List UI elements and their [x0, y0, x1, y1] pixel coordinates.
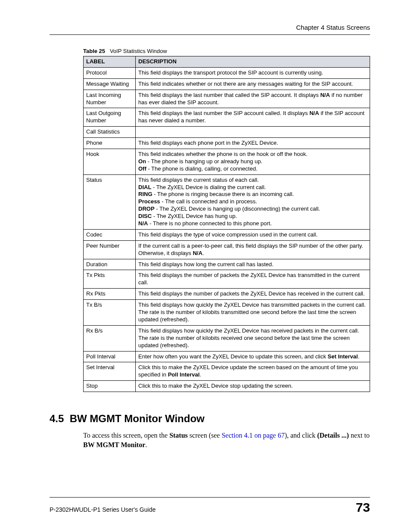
row-desc: This field displays the number of packet… [136, 270, 370, 289]
row-label: Tx Pkts [84, 270, 136, 289]
section-paragraph: To access this screen, open the Status s… [83, 431, 370, 449]
row-desc: Click this to make the ZyXEL Device upda… [136, 362, 370, 381]
table-row: Hook This field indicates whether the ph… [84, 149, 370, 175]
row-desc: This field displays how quickly the ZyXE… [136, 300, 370, 326]
row-desc: This field indicates whether the phone i… [136, 149, 370, 175]
row-label: Last Incoming Number [84, 90, 136, 108]
row-label: Call Statistics [84, 127, 136, 138]
table-row: Stop Click this to make the ZyXEL Device… [84, 381, 370, 392]
row-desc: If the current call is a peer-to-peer ca… [136, 240, 370, 259]
row-desc: This field displays each phone port in t… [136, 138, 370, 149]
table-row: Tx B/s This field displays how quickly t… [84, 300, 370, 326]
row-desc: This field displays the last number that… [136, 90, 370, 108]
row-desc: Click this to make the ZyXEL Device stop… [136, 381, 370, 392]
header-divider [50, 34, 370, 35]
section-link[interactable]: Section 4.1 on page 67 [221, 432, 284, 439]
row-label: Codec [84, 229, 136, 240]
table-row: Tx Pkts This field displays the number o… [84, 270, 370, 289]
table-row: Last Incoming Number This field displays… [84, 90, 370, 108]
table-caption: Table 25 VoIP Statistics Window [83, 48, 370, 56]
row-label: Phone [84, 138, 136, 149]
row-label: Poll Interval [84, 351, 136, 362]
table-row: Rx Pkts This field displays the number o… [84, 289, 370, 300]
row-label: Rx B/s [84, 325, 136, 351]
table-row: Duration This field displays how long th… [84, 259, 370, 270]
section-number: 4.5 [50, 413, 64, 424]
table-row: Protocol This field displays the transpo… [84, 67, 370, 78]
row-desc [136, 127, 370, 138]
section-heading: 4.5 BW MGMT Monitor Window [50, 413, 370, 425]
table-caption-text: VoIP Statistics Window [110, 48, 167, 54]
row-desc: This field displays the last number the … [136, 108, 370, 127]
row-desc: Enter how often you want the ZyXEL Devic… [136, 351, 370, 362]
row-label: Hook [84, 149, 136, 175]
row-desc: This field displays how long the current… [136, 259, 370, 270]
row-desc: This field displays the number of packet… [136, 289, 370, 300]
row-label: Protocol [84, 67, 136, 78]
table-row: Set Interval Click this to make the ZyXE… [84, 362, 370, 381]
row-desc: This field displays how quickly the ZyXE… [136, 325, 370, 351]
row-label: Duration [84, 259, 136, 270]
table-row: Last Outgoing Number This field displays… [84, 108, 370, 127]
row-label: Status [84, 174, 136, 229]
voip-statistics-table: LABEL DESCRIPTION Protocol This field di… [83, 56, 370, 392]
table-row: Call Statistics [84, 127, 370, 138]
row-desc: This field displays the transport protoc… [136, 67, 370, 78]
table-row: Rx B/s This field displays how quickly t… [84, 325, 370, 351]
section-title-text: BW MGMT Monitor Window [70, 413, 205, 424]
row-label: Rx Pkts [84, 289, 136, 300]
row-desc: This field indicates whether or not ther… [136, 78, 370, 90]
table-row: Codec This field displays the type of vo… [84, 229, 370, 240]
footer-guide: P-2302HWUDL-P1 Series User's Guide [50, 500, 156, 513]
table-row: Phone This field displays each phone por… [84, 138, 370, 149]
table-header-label: LABEL [84, 56, 136, 68]
chapter-header: Chapter 4 Status Screens [50, 24, 370, 34]
row-label: Tx B/s [84, 300, 136, 326]
table-caption-label: Table 25 [83, 48, 105, 54]
table-row: Message Waiting This field indicates whe… [84, 78, 370, 90]
row-desc: This field displays the current status o… [136, 174, 370, 229]
table-row: Peer Number If the current call is a pee… [84, 240, 370, 259]
row-label: Peer Number [84, 240, 136, 259]
row-label: Stop [84, 381, 136, 392]
row-desc: This field displays the type of voice co… [136, 229, 370, 240]
row-label: Set Interval [84, 362, 136, 381]
table-row: Status This field displays the current s… [84, 174, 370, 229]
footer-page-number: 73 [356, 500, 370, 515]
row-label: Last Outgoing Number [84, 108, 136, 127]
table-header-description: DESCRIPTION [136, 56, 370, 68]
table-row: Poll Interval Enter how often you want t… [84, 351, 370, 362]
page-footer: P-2302HWUDL-P1 Series User's Guide 73 [50, 497, 370, 515]
row-label: Message Waiting [84, 78, 136, 90]
